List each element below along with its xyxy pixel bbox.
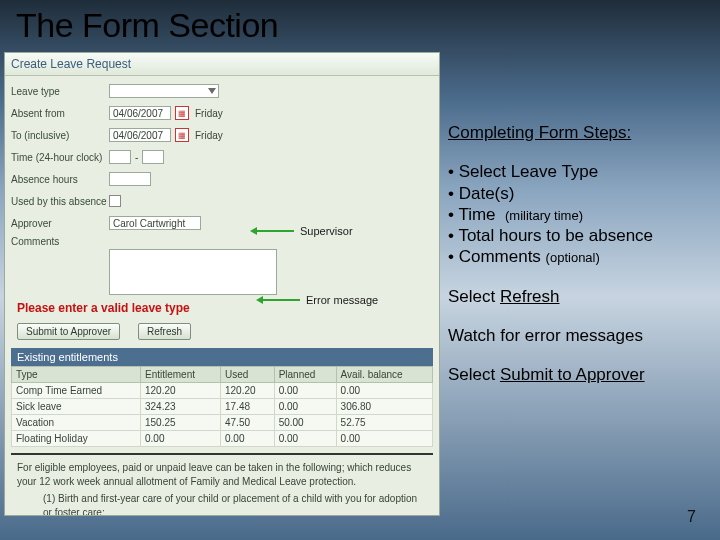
entitlements-header: Existing entitlements: [11, 348, 433, 366]
absence-hours-label: Absence hours: [11, 174, 109, 185]
step-text: Select: [448, 287, 500, 306]
button-row: Submit to Approver Refresh: [11, 321, 433, 348]
row-absence-hours: Absence hours: [11, 168, 433, 190]
cell: 0.00: [221, 431, 275, 447]
supervisor-annotation-label: Supervisor: [300, 225, 353, 237]
time-label: Time (24-hour clock): [11, 152, 109, 163]
absent-from-label: Absent from: [11, 108, 109, 119]
leave-type-select[interactable]: [109, 84, 219, 98]
col-used: Used: [221, 367, 275, 383]
steps-heading: Completing Form Steps:: [448, 122, 714, 143]
time-from-input[interactable]: [109, 150, 131, 164]
absence-hours-input[interactable]: [109, 172, 151, 186]
row-approver: Approver Carol Cartwright: [11, 212, 433, 234]
table-row: Floating Holiday0.000.000.000.00: [12, 431, 433, 447]
refresh-button[interactable]: Refresh: [138, 323, 191, 340]
row-time: Time (24-hour clock) -: [11, 146, 433, 168]
used-checkbox[interactable]: [109, 195, 121, 207]
page-number: 7: [687, 508, 696, 526]
error-annotation: Error message: [256, 294, 378, 306]
step-item: Date(s): [448, 183, 714, 204]
cell: Floating Holiday: [12, 431, 141, 447]
to-day: Friday: [195, 130, 223, 141]
approver-label: Approver: [11, 218, 109, 229]
comments-label: Comments: [11, 234, 109, 247]
step-item: Total hours to be absence: [448, 225, 714, 246]
row-used: Used by this absence: [11, 190, 433, 212]
cell: 47.50: [221, 415, 275, 431]
step-item: Select Leave Type: [448, 161, 714, 182]
row-comments: Comments: [11, 234, 433, 247]
time-separator: -: [135, 152, 138, 163]
to-input[interactable]: 04/06/2007: [109, 128, 171, 142]
cell: 306.80: [336, 399, 432, 415]
calendar-icon[interactable]: ▦: [175, 106, 189, 120]
step-action: Select Submit to Approver: [448, 364, 714, 385]
slide-title: The Form Section: [16, 6, 278, 45]
submit-to-approver-button[interactable]: Submit to Approver: [17, 323, 120, 340]
step-text: Comments: [459, 247, 541, 266]
step-item: Time (military time): [448, 204, 714, 225]
steps-list: Select Leave Type Date(s) Time (military…: [448, 161, 714, 267]
table-row: Sick leave324.2317.480.00306.80: [12, 399, 433, 415]
cell: 120.20: [221, 383, 275, 399]
error-annotation-label: Error message: [306, 294, 378, 306]
cell: 0.00: [336, 431, 432, 447]
cell: 0.00: [336, 383, 432, 399]
arrow-icon: [256, 230, 294, 232]
cell: 50.00: [274, 415, 336, 431]
step-item: Comments (optional): [448, 246, 714, 267]
step-text: Time: [458, 205, 495, 224]
col-type: Type: [12, 367, 141, 383]
col-avail: Avail. balance: [336, 367, 432, 383]
cell: Comp Time Earned: [12, 383, 141, 399]
step-action: Watch for error messages: [448, 325, 714, 346]
cell: Vacation: [12, 415, 141, 431]
approver-input[interactable]: Carol Cartwright: [109, 216, 201, 230]
absent-from-day: Friday: [195, 108, 223, 119]
table-header-row: Type Entitlement Used Planned Avail. bal…: [12, 367, 433, 383]
step-link: Submit to Approver: [500, 365, 645, 384]
cell: 17.48: [221, 399, 275, 415]
to-label: To (inclusive): [11, 130, 109, 141]
row-absent-from: Absent from 04/06/2007 ▦ Friday: [11, 102, 433, 124]
absent-from-input[interactable]: 04/06/2007: [109, 106, 171, 120]
step-link: Refresh: [500, 287, 560, 306]
comments-textarea[interactable]: [109, 249, 277, 295]
leave-type-label: Leave type: [11, 86, 109, 97]
cell: 0.00: [274, 399, 336, 415]
arrow-icon: [262, 299, 300, 301]
supervisor-annotation: Supervisor: [250, 225, 353, 237]
cell: 52.75: [336, 415, 432, 431]
col-planned: Planned: [274, 367, 336, 383]
eligible-intro: For eligible employees, paid or unpaid l…: [17, 461, 427, 488]
col-entitlement: Entitlement: [140, 367, 220, 383]
steps-panel: Completing Form Steps: Select Leave Type…: [448, 122, 714, 385]
cell: 324.23: [140, 399, 220, 415]
table-row: Vacation150.2547.5050.0052.75: [12, 415, 433, 431]
entitlements-table: Type Entitlement Used Planned Avail. bal…: [11, 366, 433, 447]
step-subtext: (military time): [505, 208, 583, 223]
step-subtext: (optional): [546, 250, 600, 265]
cell: 150.25: [140, 415, 220, 431]
cell: 0.00: [274, 431, 336, 447]
row-leave-type: Leave type: [11, 80, 433, 102]
time-to-input[interactable]: [142, 150, 164, 164]
row-to: To (inclusive) 04/06/2007 ▦ Friday: [11, 124, 433, 146]
step-action: Select Refresh: [448, 286, 714, 307]
cell: Sick leave: [12, 399, 141, 415]
table-row: Comp Time Earned120.20120.200.000.00: [12, 383, 433, 399]
cell: 120.20: [140, 383, 220, 399]
eligible-point: (1) Birth and first-year care of your ch…: [43, 492, 427, 516]
calendar-icon[interactable]: ▦: [175, 128, 189, 142]
step-text: Select: [448, 365, 500, 384]
form-header: Create Leave Request: [5, 53, 439, 76]
cell: 0.00: [274, 383, 336, 399]
cell: 0.00: [140, 431, 220, 447]
form-panel: Create Leave Request Leave type Absent f…: [4, 52, 440, 516]
used-label: Used by this absence: [11, 196, 109, 207]
eligible-text: For eligible employees, paid or unpaid l…: [11, 453, 433, 516]
